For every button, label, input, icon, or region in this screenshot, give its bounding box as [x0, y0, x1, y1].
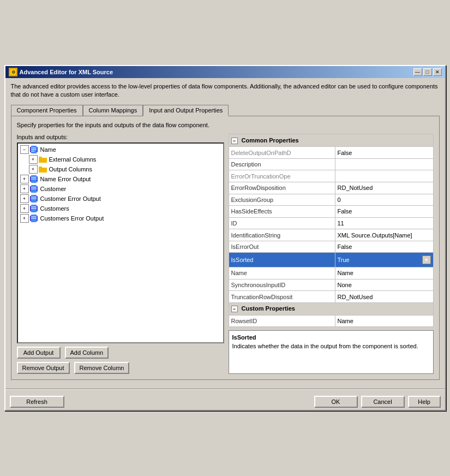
- tab-column-mappings[interactable]: Column Mappings: [83, 105, 143, 116]
- prop-value-has-side-effects: False: [338, 208, 352, 215]
- table-row[interactable]: TruncationRowDisposit RD_NotUsed: [229, 291, 433, 303]
- table-row[interactable]: DeleteOutputOnPathD False: [229, 147, 433, 159]
- tab-input-output-properties[interactable]: Input and Output Properties: [143, 105, 229, 116]
- table-row[interactable]: Description: [229, 158, 433, 170]
- table-row[interactable]: IsErrorOut False: [229, 241, 433, 253]
- tree-expander-customers-error-output[interactable]: +: [20, 214, 29, 223]
- tree-icon-name-error-output: [30, 175, 39, 183]
- tabs-container: Component Properties Column Mappings Inp…: [11, 104, 440, 116]
- main-window: ⚙ Advanced Editor for XML Source — □ ✕ T…: [4, 65, 446, 412]
- tree-label-customer-error-output: Customer Error Output: [40, 195, 101, 202]
- prop-label-truncation-row: TruncationRowDisposit: [231, 294, 293, 300]
- window-body: The advanced editor provides access to t…: [5, 78, 445, 385]
- svg-rect-10: [39, 158, 47, 163]
- prop-label-synchronous-input: SynchronousInputID: [231, 282, 286, 288]
- prop-label-is-error-out: IsErrorOut: [231, 243, 259, 250]
- common-section-expander[interactable]: −: [231, 138, 238, 144]
- tree-expander-name[interactable]: −: [20, 145, 29, 154]
- description-text: The advanced editor provides access to t…: [11, 82, 440, 99]
- footer-divider: [5, 389, 445, 389]
- table-row[interactable]: ExclusionGroup 0: [229, 194, 433, 206]
- prop-value-rowset-id: Name: [338, 318, 353, 324]
- tab-description: Specify properties for the inputs and ou…: [17, 122, 434, 128]
- custom-section-expander[interactable]: −: [231, 306, 238, 312]
- is-sorted-dropdown-arrow[interactable]: ▼: [422, 255, 431, 264]
- tree-expander-name-error-output[interactable]: +: [20, 175, 29, 183]
- prop-value-exclusion-group: 0: [338, 197, 341, 203]
- table-row[interactable]: RowsetID Name: [229, 315, 433, 327]
- ok-button[interactable]: OK: [314, 396, 358, 408]
- title-buttons: — □ ✕: [413, 68, 442, 76]
- prop-label-has-side-effects: HasSideEffects: [231, 208, 272, 215]
- properties-table: − Common Properties DeleteOutputOnPathD …: [229, 134, 434, 327]
- add-output-button[interactable]: Add Output: [17, 347, 61, 359]
- close-button[interactable]: ✕: [433, 68, 442, 76]
- prop-value-truncation-row: RD_NotUsed: [338, 294, 373, 300]
- tree-icon-output-columns: [39, 165, 47, 173]
- tree-container[interactable]: − Name: [17, 142, 224, 343]
- tab-component-properties[interactable]: Component Properties: [11, 105, 83, 116]
- tree-item-customers-error-output[interactable]: + Customers Error Output: [19, 213, 222, 223]
- tree-icon-name: [30, 146, 39, 153]
- tree-item-customer-error-output[interactable]: + Customer Error Output: [19, 194, 222, 204]
- custom-section-label: Custom Properties: [242, 305, 295, 312]
- info-box-text: Indicates whether the data in the output…: [232, 342, 430, 350]
- table-row[interactable]: HasSideEffects False: [229, 206, 433, 218]
- cancel-button[interactable]: Cancel: [361, 396, 405, 408]
- tree-expander-customer-error-output[interactable]: +: [20, 194, 29, 203]
- remove-output-button[interactable]: Remove Output: [17, 362, 70, 374]
- tree-expander-output-columns[interactable]: +: [29, 165, 38, 174]
- tree-expander-external-columns[interactable]: +: [29, 155, 38, 164]
- tree-expander-customers[interactable]: +: [20, 204, 29, 213]
- title-bar: ⚙ Advanced Editor for XML Source — □ ✕: [5, 66, 445, 78]
- custom-properties-header: − Custom Properties: [229, 302, 433, 315]
- table-row-is-sorted[interactable]: IsSorted True ▼: [229, 253, 433, 267]
- refresh-button[interactable]: Refresh: [10, 396, 64, 408]
- help-button[interactable]: Help: [408, 396, 441, 408]
- tree-label-customers: Customers: [40, 205, 69, 212]
- table-row[interactable]: Name Name: [229, 267, 433, 279]
- prop-value-synchronous-input: None: [338, 282, 352, 288]
- tree-item-customer[interactable]: + Customer: [19, 184, 222, 194]
- tree-icon-customer-error-output: [30, 195, 39, 203]
- prop-value-name-prop: Name: [338, 270, 353, 276]
- tree-label-external-columns: External Columns: [49, 156, 97, 163]
- prop-label-error-row: ErrorRowDisposition: [231, 185, 286, 191]
- tree-icon-customers: [30, 205, 39, 212]
- prop-value-identification-string: XML Source.Outputs[Name]: [338, 232, 412, 239]
- bottom-left-buttons: Add Output Add Column: [17, 347, 224, 359]
- tree-label-customer: Customer: [40, 186, 67, 192]
- is-sorted-dropdown-cell: True ▼: [338, 255, 431, 264]
- remove-column-button[interactable]: Remove Column: [74, 362, 130, 374]
- table-row[interactable]: IdentificationString XML Source.Outputs[…: [229, 229, 433, 241]
- prop-label-delete-output: DeleteOutputOnPathD: [231, 150, 291, 156]
- common-properties-header: − Common Properties: [229, 134, 433, 147]
- table-row[interactable]: ID 11: [229, 217, 433, 229]
- info-box: IsSorted Indicates whether the data in t…: [229, 330, 434, 374]
- table-row[interactable]: SynchronousInputID None: [229, 279, 433, 291]
- tree-item-name[interactable]: − Name: [19, 145, 222, 154]
- prop-value-is-sorted: True: [338, 257, 350, 263]
- tree-item-customers[interactable]: + Customers: [19, 204, 222, 213]
- footer-buttons: Refresh OK Cancel Help: [5, 394, 445, 410]
- minimize-button[interactable]: —: [413, 68, 422, 76]
- tree-label-output-columns: Output Columns: [49, 166, 92, 172]
- tree-item-name-error-output[interactable]: + Name Error Output: [19, 174, 222, 184]
- add-column-button[interactable]: Add Column: [65, 347, 109, 359]
- maximize-button[interactable]: □: [423, 68, 432, 76]
- prop-label-name-prop: Name: [231, 270, 247, 276]
- info-box-title: IsSorted: [232, 334, 430, 341]
- right-panel: − Common Properties DeleteOutputOnPathD …: [229, 134, 434, 374]
- left-panel: Inputs and outputs: −: [17, 134, 224, 374]
- table-row[interactable]: ErrorRowDisposition RD_NotUsed: [229, 182, 433, 194]
- prop-value-id: 11: [338, 220, 344, 227]
- tree-expander-customer[interactable]: +: [20, 185, 29, 193]
- tree-icon-customers-error-output: [30, 215, 39, 222]
- tree-icon-customer: [30, 185, 39, 193]
- tree-item-external-columns[interactable]: + External Columns: [28, 154, 222, 164]
- prop-label-id: ID: [231, 220, 237, 227]
- tree-icon-external-columns: [39, 156, 47, 163]
- footer-right: OK Cancel Help: [314, 396, 441, 408]
- tree-item-output-columns[interactable]: + Output Columns: [28, 164, 222, 174]
- table-row[interactable]: ErrorOrTruncationOpe: [229, 170, 433, 182]
